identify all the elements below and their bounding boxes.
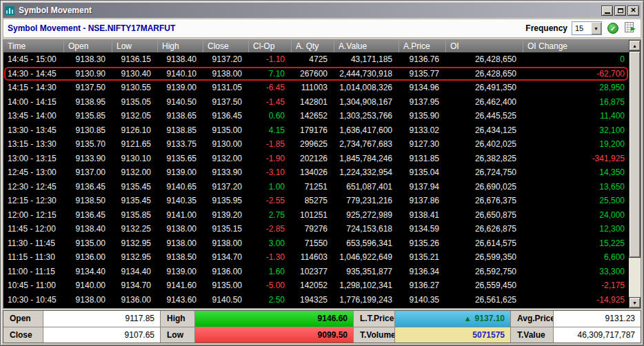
t-value-label: T.Value — [511, 327, 554, 343]
cell-a-price: 9135.90 — [399, 109, 446, 123]
column-header-high[interactable]: High — [158, 40, 203, 52]
cell-close: 9136.00 — [203, 265, 249, 279]
cell-oi: 26,576,550 — [446, 307, 523, 308]
vertical-scrollbar[interactable]: ▲ ▼ — [629, 40, 641, 308]
high-label: High — [161, 311, 195, 327]
frequency-select[interactable]: 15 ▼ — [572, 21, 602, 35]
cell-open: 9135.00 — [64, 236, 112, 251]
cell-low: 9130.55 — [112, 81, 158, 95]
table-row[interactable]: 12:45 - 13:009137.009132.009139.009133.9… — [3, 165, 629, 180]
cell-cl-op: 4.15 — [249, 123, 292, 138]
scroll-up-icon: ▲ — [632, 43, 637, 48]
column-header-a-value[interactable]: A.Value — [334, 40, 399, 52]
high-value: 9146.60 — [195, 311, 354, 327]
cell-low: 9132.00 — [112, 165, 158, 180]
table-row[interactable]: 12:00 - 12:159136.459135.859141.009139.2… — [3, 208, 629, 223]
cell-open: 9135.70 — [64, 137, 112, 152]
table-row[interactable]: 11:00 - 11:159134.409134.409139.009136.0… — [3, 265, 629, 279]
column-header-oi-change[interactable]: OI Change — [523, 40, 629, 52]
cell-close: 9135.00 — [203, 123, 249, 138]
column-header-a-qty[interactable]: A. Qty — [292, 40, 334, 52]
column-header-cl-op[interactable]: Cl-Op — [249, 40, 292, 52]
cell-time: 14:00 - 14:15 — [3, 95, 64, 110]
cell-cl-op: -6.45 — [249, 81, 292, 95]
cell-time: 13:00 - 13:15 — [3, 152, 64, 166]
open-value: 9117.85 — [43, 311, 161, 327]
cell-a-value: 1,636,417,600 — [334, 123, 399, 138]
table-row[interactable]: 14:00 - 14:159138.959135.059140.509137.5… — [3, 95, 629, 110]
chevron-down-icon[interactable]: ▼ — [591, 22, 601, 34]
apply-frequency-button[interactable]: ✓ — [607, 23, 618, 34]
cell-a-value: 1,845,784,246 — [334, 152, 399, 166]
cell-close: 9140.50 — [203, 293, 249, 307]
column-header-open[interactable]: Open — [64, 40, 112, 52]
cell-time: 13:45 - 14:00 — [3, 109, 64, 123]
table-row[interactable]: 13:30 - 13:459130.859126.109138.859135.0… — [3, 123, 629, 138]
cell-open: 9134.40 — [64, 265, 112, 279]
cell-a-value: 1,776,199,243 — [334, 293, 399, 307]
cell-a-qty: 179176 — [292, 123, 334, 138]
column-header-a-price[interactable]: A.Price — [399, 40, 446, 52]
cell-a-value: 2,444,730,918 — [334, 67, 399, 81]
table-row[interactable]: 13:45 - 14:009135.859132.059138.659136.4… — [3, 109, 629, 123]
table-row[interactable]: 13:00 - 13:159133.909130.109135.659132.0… — [3, 152, 629, 166]
page-title: Symbol Movement - NSE.NIFTY17MARFUT — [8, 23, 525, 33]
cell-a-price: 9140.35 — [399, 293, 446, 307]
cell-close: 9130.00 — [203, 137, 249, 152]
cell-cl-op: 2.75 — [249, 208, 292, 223]
table-row[interactable]: 11:30 - 11:459135.009132.959138.009138.0… — [3, 236, 629, 251]
cell-oi-change: -2,175 — [523, 278, 629, 293]
table-row[interactable]: 14:30 - 14:459130.909130.409140.109138.0… — [3, 67, 629, 81]
export-excel-button[interactable] — [624, 23, 636, 34]
summary-row: Close 9107.65 Low 9099.50 T.Volume 50715… — [3, 327, 641, 343]
table-row[interactable]: 14:45 - 15:009138.309136.159138.409137.2… — [3, 52, 629, 67]
column-header-close[interactable]: Close — [203, 40, 249, 52]
cell-low: 9132.95 — [112, 250, 158, 265]
cell-a-value: 1,224,332,954 — [334, 165, 399, 180]
cell-a-value: 1,014,008,326 — [334, 81, 399, 95]
summary-row: Open 9117.85 High 9146.60 L.T.Price ▲ 91… — [3, 311, 641, 327]
scroll-down-button[interactable]: ▼ — [629, 297, 641, 308]
scroll-up-button[interactable]: ▲ — [629, 40, 641, 51]
cell-low: 9121.65 — [112, 137, 158, 152]
column-header-low[interactable]: Low — [112, 40, 158, 52]
up-arrow-icon: ▲ — [464, 314, 472, 323]
cell-a-qty: 202126 — [292, 152, 334, 166]
table-row[interactable]: 10:30 - 10:459138.009136.009143.609140.5… — [3, 293, 629, 307]
column-header-oi[interactable]: OI — [446, 40, 523, 52]
frequency-label: Frequency — [525, 23, 567, 33]
table-row[interactable]: 12:15 - 12:309138.509135.459140.359135.9… — [3, 194, 629, 208]
cell-oi: 26,650,875 — [446, 208, 523, 223]
minimize-button[interactable] — [601, 6, 613, 16]
cell-open: 9136.45 — [64, 208, 112, 223]
cell-low: 9134.40 — [112, 265, 158, 279]
close-button[interactable]: ✕ — [627, 6, 639, 16]
table-row[interactable]: 14:15 - 14:309137.509130.559139.009131.0… — [3, 81, 629, 95]
cell-high: 9141.00 — [158, 208, 203, 223]
cell-a-price: 9138.41 — [399, 208, 446, 223]
cell-close: 9137.50 — [203, 95, 249, 110]
cell-cl-op: -1.30 — [249, 250, 292, 265]
cell-open: 9130.90 — [64, 67, 112, 81]
cell-oi: 26,676,375 — [446, 194, 523, 208]
minimize-icon — [605, 12, 610, 14]
cell-oi: 26,491,350 — [446, 81, 523, 95]
cell-high: 9143.30 — [158, 307, 203, 308]
title-bar[interactable]: Symbol Movement ✕ — [3, 3, 641, 18]
table-row[interactable]: 11:15 - 11:309136.009132.959138.509134.7… — [3, 250, 629, 265]
table-row[interactable]: 12:30 - 12:459136.459135.459140.659137.2… — [3, 180, 629, 194]
scrollbar-thumb[interactable] — [629, 51, 641, 258]
table-row[interactable]: 10:45 - 11:009140.009134.709141.609135.0… — [3, 278, 629, 293]
cell-oi: 26,462,400 — [446, 95, 523, 110]
maximize-button[interactable] — [614, 6, 626, 16]
column-header-time[interactable]: Time — [3, 40, 64, 52]
table-row[interactable]: 10:15 - 10:309140.359137.809143.309138.0… — [3, 307, 629, 308]
cell-a-value: 653,596,341 — [334, 236, 399, 251]
t-value-value: 46,309,717,787 — [554, 327, 641, 343]
cell-high: 9138.40 — [158, 52, 203, 67]
cell-a-qty: 71251 — [292, 180, 334, 194]
window-title: Symbol Movement — [19, 6, 600, 15]
table-row[interactable]: 11:45 - 12:009138.409132.259138.009135.1… — [3, 222, 629, 236]
table-row[interactable]: 13:15 - 13:309135.709121.659133.759130.0… — [3, 137, 629, 152]
cell-oi: 26,445,525 — [446, 109, 523, 123]
